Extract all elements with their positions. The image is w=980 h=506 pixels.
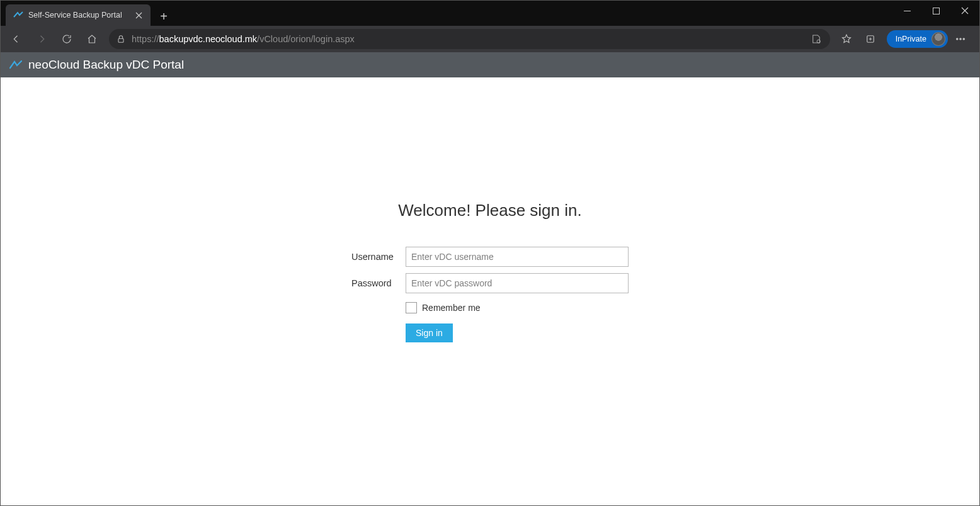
- username-label: Username: [351, 252, 406, 262]
- welcome-heading: Welcome! Please sign in.: [351, 201, 629, 220]
- inprivate-label: InPrivate: [896, 35, 926, 43]
- svg-point-5: [960, 38, 961, 40]
- password-row: Password: [351, 273, 629, 293]
- toolbar-right: InPrivate: [835, 28, 976, 50]
- window-controls: [892, 1, 979, 21]
- address-bar-url: https://backupvdc.neocloud.mk/vCloud/ori…: [132, 34, 804, 44]
- browser-chrome: Self-Service Backup Portal +: [1, 1, 979, 52]
- tab-title: Self-Service Backup Portal: [28, 11, 128, 20]
- new-tab-button[interactable]: +: [154, 7, 173, 26]
- nav-forward-button[interactable]: [30, 28, 54, 50]
- address-bar[interactable]: https://backupvdc.neocloud.mk/vCloud/ori…: [109, 29, 830, 49]
- favorites-icon[interactable]: [835, 28, 858, 50]
- window-minimize-button[interactable]: [892, 1, 921, 21]
- username-input[interactable]: [406, 247, 629, 267]
- nav-back-button[interactable]: [4, 28, 28, 50]
- app-title: neoCloud Backup vDC Portal: [28, 58, 184, 72]
- reading-mode-icon[interactable]: [809, 31, 824, 47]
- nav-refresh-button[interactable]: [55, 28, 79, 50]
- app-logo-icon: [9, 59, 22, 71]
- password-label: Password: [351, 278, 406, 288]
- remember-me-label: Remember me: [422, 303, 481, 313]
- svg-point-6: [963, 38, 964, 40]
- app-header: neoCloud Backup vDC Portal: [1, 52, 979, 77]
- svg-point-4: [957, 38, 958, 40]
- lock-icon: [115, 33, 127, 45]
- browser-tab-active[interactable]: Self-Service Backup Portal: [6, 4, 151, 26]
- tab-favicon-icon: [13, 10, 23, 20]
- collections-icon[interactable]: [859, 28, 882, 50]
- svg-rect-0: [933, 8, 939, 14]
- browser-toolbar: https://backupvdc.neocloud.mk/vCloud/ori…: [1, 26, 979, 52]
- inprivate-indicator[interactable]: InPrivate: [887, 30, 948, 48]
- password-input[interactable]: [406, 273, 629, 293]
- button-row: Sign in: [406, 323, 629, 342]
- tab-close-icon[interactable]: [133, 9, 144, 21]
- remember-me-row: Remember me: [406, 302, 629, 313]
- nav-home-button[interactable]: [80, 28, 104, 50]
- profile-avatar-icon: [932, 32, 945, 46]
- browser-titlebar: Self-Service Backup Portal +: [1, 1, 979, 26]
- window-close-button[interactable]: [950, 1, 979, 21]
- username-row: Username: [351, 247, 629, 267]
- more-menu-icon[interactable]: [949, 28, 972, 50]
- page-content: Welcome! Please sign in. Username Passwo…: [1, 77, 979, 505]
- svg-rect-1: [118, 38, 123, 42]
- remember-me-checkbox[interactable]: [406, 302, 417, 313]
- signin-button[interactable]: Sign in: [406, 323, 453, 342]
- browser-tabs: Self-Service Backup Portal +: [1, 1, 173, 26]
- window-maximize-button[interactable]: [921, 1, 950, 21]
- login-panel: Welcome! Please sign in. Username Passwo…: [351, 201, 629, 342]
